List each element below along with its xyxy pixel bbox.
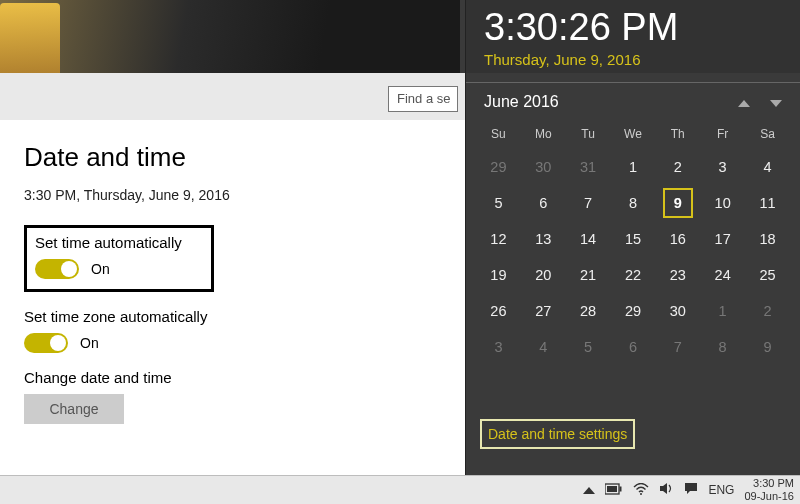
calendar-day[interactable]: 31	[566, 149, 611, 185]
calendar-dow: We	[611, 119, 656, 149]
change-date-time-label: Change date and time	[24, 369, 441, 386]
calendar-day[interactable]: 24	[700, 257, 745, 293]
highlight-set-time-automatically: Set time automatically On	[24, 225, 214, 292]
settings-pane: Date and time 3:30 PM, Thursday, June 9,…	[0, 120, 465, 480]
calendar-day[interactable]: 30	[521, 149, 566, 185]
calendar-dow: Su	[476, 119, 521, 149]
system-tray: ENG	[583, 482, 734, 498]
calendar-day[interactable]: 2	[745, 293, 790, 329]
calendar-day[interactable]: 8	[700, 329, 745, 365]
calendar-dow: Fr	[700, 119, 745, 149]
calendar-day[interactable]: 14	[566, 221, 611, 257]
calendar-dow: Th	[655, 119, 700, 149]
desktop-wallpaper	[0, 0, 460, 73]
taskbar-date: 09-Jun-16	[744, 490, 794, 503]
calendar-day[interactable]: 2	[655, 149, 700, 185]
svg-rect-1	[620, 486, 622, 491]
action-center-icon[interactable]	[684, 482, 698, 498]
calendar-day[interactable]: 3	[476, 329, 521, 365]
calendar-month-label[interactable]: June 2016	[484, 93, 559, 111]
set-timezone-automatically-toggle[interactable]	[24, 333, 68, 353]
calendar-dow: Sa	[745, 119, 790, 149]
calendar-day[interactable]: 17	[700, 221, 745, 257]
calendar-day[interactable]: 25	[745, 257, 790, 293]
calendar-day[interactable]: 21	[566, 257, 611, 293]
highlight-date-time-settings-link: Date and time settings	[480, 419, 635, 449]
calendar-day[interactable]: 27	[521, 293, 566, 329]
current-datetime-text: 3:30 PM, Thursday, June 9, 2016	[24, 187, 441, 203]
date-time-settings-link[interactable]: Date and time settings	[488, 426, 627, 442]
calendar-day[interactable]: 30	[655, 293, 700, 329]
taskbar: ENG 3:30 PM 09-Jun-16	[0, 475, 800, 504]
svg-point-3	[640, 493, 642, 495]
set-timezone-automatically-label: Set time zone automatically	[24, 308, 441, 325]
calendar-day-today[interactable]: 9	[655, 185, 700, 221]
taskbar-clock[interactable]: 3:30 PM 09-Jun-16	[744, 477, 794, 503]
flyout-time: 3:30:26 PM	[466, 6, 800, 49]
wallpaper-detail	[0, 3, 60, 73]
calendar-day[interactable]: 18	[745, 221, 790, 257]
set-time-automatically-toggle[interactable]	[35, 259, 79, 279]
calendar-day[interactable]: 29	[611, 293, 656, 329]
settings-search-input[interactable]: Find a se	[388, 86, 458, 112]
calendar-day[interactable]: 7	[655, 329, 700, 365]
change-button[interactable]: Change	[24, 394, 124, 424]
calendar-day[interactable]: 9	[745, 329, 790, 365]
page-title: Date and time	[24, 142, 441, 173]
calendar-grid: SuMoTuWeThFrSa 2930311234567891011121314…	[466, 119, 800, 365]
calendar-day[interactable]: 12	[476, 221, 521, 257]
calendar-day[interactable]: 5	[566, 329, 611, 365]
calendar-prev-month[interactable]	[738, 94, 750, 110]
calendar-day[interactable]: 1	[700, 293, 745, 329]
calendar-day[interactable]: 1	[611, 149, 656, 185]
calendar-day[interactable]: 19	[476, 257, 521, 293]
set-time-automatically-label: Set time automatically	[35, 234, 203, 251]
tray-overflow-icon[interactable]	[583, 483, 595, 497]
calendar-day[interactable]: 6	[611, 329, 656, 365]
battery-icon[interactable]	[605, 483, 623, 498]
calendar-day[interactable]: 7	[566, 185, 611, 221]
calendar-day[interactable]: 26	[476, 293, 521, 329]
calendar-day[interactable]: 22	[611, 257, 656, 293]
set-timezone-automatically-state: On	[80, 335, 99, 351]
calendar-day[interactable]: 11	[745, 185, 790, 221]
calendar-day[interactable]: 20	[521, 257, 566, 293]
calendar-day[interactable]: 13	[521, 221, 566, 257]
calendar-day[interactable]: 29	[476, 149, 521, 185]
wifi-icon[interactable]	[633, 483, 649, 498]
calendar-day[interactable]: 4	[521, 329, 566, 365]
volume-icon[interactable]	[659, 482, 674, 498]
calendar-day[interactable]: 4	[745, 149, 790, 185]
calendar-day[interactable]: 3	[700, 149, 745, 185]
set-time-automatically-state: On	[91, 261, 110, 277]
calendar-day[interactable]: 10	[700, 185, 745, 221]
calendar-day[interactable]: 16	[655, 221, 700, 257]
calendar-day[interactable]: 8	[611, 185, 656, 221]
calendar-next-month[interactable]	[770, 94, 782, 110]
clock-calendar-flyout: 3:30:26 PM Thursday, June 9, 2016 June 2…	[465, 0, 800, 475]
calendar-day[interactable]: 5	[476, 185, 521, 221]
svg-rect-2	[607, 486, 617, 492]
flyout-date: Thursday, June 9, 2016	[466, 49, 800, 82]
calendar-day[interactable]: 15	[611, 221, 656, 257]
taskbar-time: 3:30 PM	[744, 477, 794, 490]
calendar-dow: Mo	[521, 119, 566, 149]
language-indicator[interactable]: ENG	[708, 483, 734, 497]
calendar-day[interactable]: 6	[521, 185, 566, 221]
calendar-day[interactable]: 23	[655, 257, 700, 293]
set-timezone-automatically-group: Set time zone automatically On	[24, 308, 441, 353]
change-date-time-group: Change date and time Change	[24, 369, 441, 424]
calendar-dow: Tu	[566, 119, 611, 149]
calendar-day[interactable]: 28	[566, 293, 611, 329]
